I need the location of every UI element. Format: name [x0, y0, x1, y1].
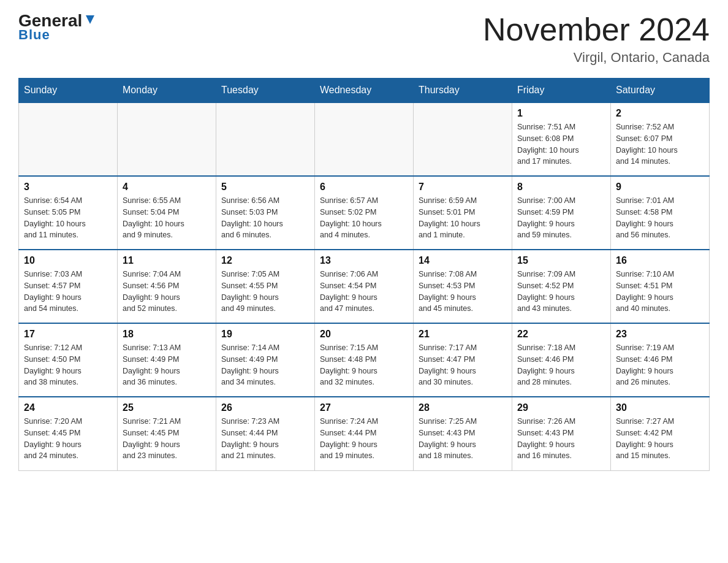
- day-info: Sunrise: 7:05 AMSunset: 4:55 PMDaylight:…: [221, 269, 309, 315]
- day-info: Sunrise: 6:56 AMSunset: 5:03 PMDaylight:…: [221, 195, 309, 241]
- calendar-week-4: 17Sunrise: 7:12 AMSunset: 4:50 PMDayligh…: [19, 323, 710, 397]
- svg-marker-0: [86, 15, 94, 24]
- calendar-cell: 30Sunrise: 7:27 AMSunset: 4:42 PMDayligh…: [611, 397, 710, 470]
- day-number: 6: [320, 182, 408, 193]
- day-number: 11: [123, 255, 211, 266]
- header-thursday: Thursday: [414, 79, 512, 103]
- day-info: Sunrise: 7:24 AMSunset: 4:44 PMDaylight:…: [320, 416, 408, 462]
- day-number: 20: [320, 329, 408, 340]
- calendar-cell: 25Sunrise: 7:21 AMSunset: 4:45 PMDayligh…: [118, 397, 216, 470]
- header-wednesday: Wednesday: [315, 79, 414, 103]
- day-info: Sunrise: 7:51 AMSunset: 6:08 PMDaylight:…: [517, 121, 605, 167]
- calendar-cell: 17Sunrise: 7:12 AMSunset: 4:50 PMDayligh…: [19, 323, 118, 397]
- header-monday: Monday: [118, 79, 216, 103]
- calendar-cell: 5Sunrise: 6:56 AMSunset: 5:03 PMDaylight…: [216, 176, 315, 250]
- calendar-cell: 21Sunrise: 7:17 AMSunset: 4:47 PMDayligh…: [414, 323, 512, 397]
- calendar-week-2: 3Sunrise: 6:54 AMSunset: 5:05 PMDaylight…: [19, 176, 710, 250]
- day-info: Sunrise: 7:20 AMSunset: 4:45 PMDaylight:…: [24, 416, 112, 462]
- calendar-cell: [19, 102, 118, 176]
- calendar-cell: 9Sunrise: 7:01 AMSunset: 4:58 PMDaylight…: [611, 176, 710, 250]
- day-info: Sunrise: 7:15 AMSunset: 4:48 PMDaylight:…: [320, 342, 408, 388]
- day-info: Sunrise: 7:13 AMSunset: 4:49 PMDaylight:…: [123, 342, 211, 388]
- page-header: General Blue November 2024 Virgil, Ontar…: [18, 12, 710, 66]
- logo: General Blue: [18, 12, 97, 43]
- day-info: Sunrise: 7:52 AMSunset: 6:07 PMDaylight:…: [616, 121, 704, 167]
- header-saturday: Saturday: [611, 79, 710, 103]
- calendar-week-1: 1Sunrise: 7:51 AMSunset: 6:08 PMDaylight…: [19, 102, 710, 176]
- calendar-cell: 29Sunrise: 7:26 AMSunset: 4:43 PMDayligh…: [512, 397, 611, 470]
- day-info: Sunrise: 7:10 AMSunset: 4:51 PMDaylight:…: [616, 269, 704, 315]
- day-number: 4: [123, 182, 211, 193]
- day-info: Sunrise: 7:12 AMSunset: 4:50 PMDaylight:…: [24, 342, 112, 388]
- day-number: 30: [616, 402, 704, 413]
- day-number: 18: [123, 329, 211, 340]
- day-number: 28: [419, 402, 507, 413]
- day-number: 16: [616, 255, 704, 266]
- day-info: Sunrise: 7:09 AMSunset: 4:52 PMDaylight:…: [517, 269, 605, 315]
- day-info: Sunrise: 7:06 AMSunset: 4:54 PMDaylight:…: [320, 269, 408, 315]
- calendar-cell: 2Sunrise: 7:52 AMSunset: 6:07 PMDaylight…: [611, 102, 710, 176]
- calendar-week-3: 10Sunrise: 7:03 AMSunset: 4:57 PMDayligh…: [19, 250, 710, 323]
- month-title: November 2024: [483, 12, 710, 47]
- calendar-cell: 27Sunrise: 7:24 AMSunset: 4:44 PMDayligh…: [315, 397, 414, 470]
- calendar-cell: 11Sunrise: 7:04 AMSunset: 4:56 PMDayligh…: [118, 250, 216, 323]
- calendar-week-5: 24Sunrise: 7:20 AMSunset: 4:45 PMDayligh…: [19, 397, 710, 470]
- calendar-cell: 12Sunrise: 7:05 AMSunset: 4:55 PMDayligh…: [216, 250, 315, 323]
- logo-blue: Blue: [18, 27, 50, 43]
- day-info: Sunrise: 7:17 AMSunset: 4:47 PMDaylight:…: [419, 342, 507, 388]
- day-info: Sunrise: 7:14 AMSunset: 4:49 PMDaylight:…: [221, 342, 309, 388]
- header-friday: Friday: [512, 79, 611, 103]
- day-number: 21: [419, 329, 507, 340]
- calendar-cell: [118, 102, 216, 176]
- day-info: Sunrise: 6:59 AMSunset: 5:01 PMDaylight:…: [419, 195, 507, 241]
- calendar-cell: 24Sunrise: 7:20 AMSunset: 4:45 PMDayligh…: [19, 397, 118, 470]
- calendar-cell: [216, 102, 315, 176]
- day-number: 17: [24, 329, 112, 340]
- day-info: Sunrise: 7:27 AMSunset: 4:42 PMDaylight:…: [616, 416, 704, 462]
- logo-triangle-icon: [83, 13, 97, 26]
- calendar-cell: 4Sunrise: 6:55 AMSunset: 5:04 PMDaylight…: [118, 176, 216, 250]
- day-info: Sunrise: 7:08 AMSunset: 4:53 PMDaylight:…: [419, 269, 507, 315]
- day-number: 9: [616, 182, 704, 193]
- day-info: Sunrise: 6:55 AMSunset: 5:04 PMDaylight:…: [123, 195, 211, 241]
- calendar-cell: 8Sunrise: 7:00 AMSunset: 4:59 PMDaylight…: [512, 176, 611, 250]
- day-info: Sunrise: 6:57 AMSunset: 5:02 PMDaylight:…: [320, 195, 408, 241]
- day-number: 12: [221, 255, 309, 266]
- day-number: 2: [616, 108, 704, 119]
- calendar-cell: 16Sunrise: 7:10 AMSunset: 4:51 PMDayligh…: [611, 250, 710, 323]
- day-info: Sunrise: 7:19 AMSunset: 4:46 PMDaylight:…: [616, 342, 704, 388]
- day-number: 26: [221, 402, 309, 413]
- day-number: 3: [24, 182, 112, 193]
- calendar-cell: 1Sunrise: 7:51 AMSunset: 6:08 PMDaylight…: [512, 102, 611, 176]
- calendar-cell: 13Sunrise: 7:06 AMSunset: 4:54 PMDayligh…: [315, 250, 414, 323]
- day-number: 8: [517, 182, 605, 193]
- day-info: Sunrise: 7:23 AMSunset: 4:44 PMDaylight:…: [221, 416, 309, 462]
- location: Virgil, Ontario, Canada: [483, 50, 710, 66]
- title-area: November 2024 Virgil, Ontario, Canada: [483, 12, 710, 66]
- calendar-cell: 14Sunrise: 7:08 AMSunset: 4:53 PMDayligh…: [414, 250, 512, 323]
- day-info: Sunrise: 7:26 AMSunset: 4:43 PMDaylight:…: [517, 416, 605, 462]
- day-info: Sunrise: 7:25 AMSunset: 4:43 PMDaylight:…: [419, 416, 507, 462]
- day-number: 22: [517, 329, 605, 340]
- day-info: Sunrise: 7:21 AMSunset: 4:45 PMDaylight:…: [123, 416, 211, 462]
- day-number: 7: [419, 182, 507, 193]
- calendar-table: SundayMondayTuesdayWednesdayThursdayFrid…: [18, 78, 710, 471]
- day-info: Sunrise: 7:03 AMSunset: 4:57 PMDaylight:…: [24, 269, 112, 315]
- day-number: 29: [517, 402, 605, 413]
- day-info: Sunrise: 7:04 AMSunset: 4:56 PMDaylight:…: [123, 269, 211, 315]
- calendar-cell: 10Sunrise: 7:03 AMSunset: 4:57 PMDayligh…: [19, 250, 118, 323]
- day-number: 15: [517, 255, 605, 266]
- day-info: Sunrise: 7:01 AMSunset: 4:58 PMDaylight:…: [616, 195, 704, 241]
- calendar-cell: 23Sunrise: 7:19 AMSunset: 4:46 PMDayligh…: [611, 323, 710, 397]
- day-info: Sunrise: 6:54 AMSunset: 5:05 PMDaylight:…: [24, 195, 112, 241]
- header-tuesday: Tuesday: [216, 79, 315, 103]
- day-number: 5: [221, 182, 309, 193]
- day-number: 1: [517, 108, 605, 119]
- calendar-cell: 15Sunrise: 7:09 AMSunset: 4:52 PMDayligh…: [512, 250, 611, 323]
- calendar-cell: [315, 102, 414, 176]
- day-number: 23: [616, 329, 704, 340]
- day-number: 25: [123, 402, 211, 413]
- calendar-header-row: SundayMondayTuesdayWednesdayThursdayFrid…: [19, 79, 710, 103]
- calendar-cell: [414, 102, 512, 176]
- calendar-cell: 3Sunrise: 6:54 AMSunset: 5:05 PMDaylight…: [19, 176, 118, 250]
